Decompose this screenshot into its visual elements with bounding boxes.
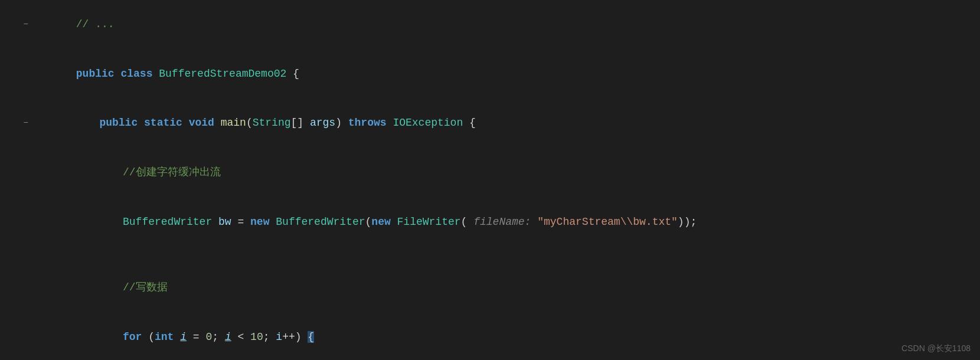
code-line-main: − public static void main(String[] args)… [0,99,980,148]
collapse-icon-main[interactable]: − [24,117,28,130]
code-line-blank1 [0,247,980,263]
code-editor: − // ... public class BufferedStreamDemo… [0,0,980,360]
line-content: //写数据 [35,263,980,313]
line-content: BufferedWriter bw = new BufferedWriter(n… [35,198,980,247]
code-line-comment-create: //创建字符缓冲出流 [0,148,980,198]
line-content: public class BufferedStreamDemo02 { [35,50,980,99]
line-content: public static void main(String[] args) t… [35,99,980,148]
line-content: for (int i = 0; i < 10; i++) { [35,313,980,360]
gutter: − [0,18,35,31]
line-content: // ... [35,0,980,50]
watermark: CSDN @长安1108 [901,342,971,355]
line-content [35,247,980,263]
code-line-comment-write: //写数据 [0,263,980,313]
gutter: − [0,117,35,130]
code-line-top: − // ... [0,0,980,50]
code-line-create: BufferedWriter bw = new BufferedWriter(n… [0,198,980,247]
code-line-for: for (int i = 0; i < 10; i++) { [0,313,980,360]
collapse-icon[interactable]: − [24,18,28,31]
line-content: //创建字符缓冲出流 [35,148,980,198]
code-line-class: public class BufferedStreamDemo02 { [0,50,980,99]
